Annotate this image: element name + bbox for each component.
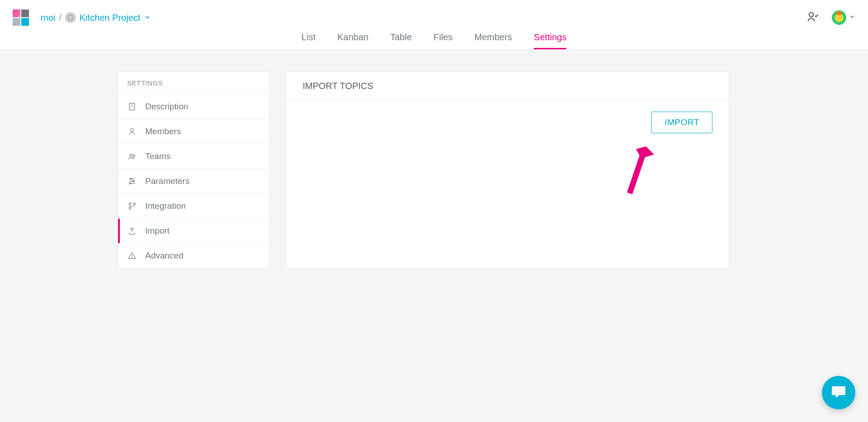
tab-files[interactable]: Files xyxy=(434,32,453,49)
sidebar-item-integration[interactable]: Integration xyxy=(118,194,269,219)
sidebar-item-label: Integration xyxy=(145,201,186,211)
topbar-upper: moi / Kitchen Project xyxy=(0,0,868,27)
chat-widget[interactable] xyxy=(822,376,855,409)
sidebar-item-label: Advanced xyxy=(145,251,184,261)
user-check-icon[interactable] xyxy=(806,10,819,25)
chevron-down-icon[interactable] xyxy=(144,13,151,23)
tab-kanban[interactable]: Kanban xyxy=(337,32,369,49)
branch-icon xyxy=(127,201,137,211)
tab-table[interactable]: Table xyxy=(390,32,412,49)
sidebar-item-advanced[interactable]: Advanced xyxy=(118,244,269,268)
avatar xyxy=(832,10,846,25)
topbar-tabs-row: List Kanban Table Files Members Settings xyxy=(0,27,868,49)
user-menu[interactable] xyxy=(832,10,855,25)
svg-point-5 xyxy=(809,13,813,17)
sidebar-header: SETTINGS xyxy=(118,72,269,94)
content: SETTINGS Description Members Teams Param… xyxy=(0,50,868,268)
topbar: moi / Kitchen Project xyxy=(0,0,868,50)
svg-rect-0 xyxy=(69,15,72,20)
settings-sidebar: SETTINGS Description Members Teams Param… xyxy=(118,71,270,268)
sidebar-item-label: Members xyxy=(145,127,181,136)
svg-point-27 xyxy=(132,258,132,258)
chevron-down-icon xyxy=(849,14,855,22)
breadcrumb: moi / Kitchen Project xyxy=(41,12,151,23)
sidebar-item-parameters[interactable]: Parameters xyxy=(118,169,269,194)
sidebar-item-description[interactable]: Description xyxy=(118,94,269,119)
tabs: List Kanban Table Files Members Settings xyxy=(302,32,567,49)
svg-point-21 xyxy=(129,183,131,184)
sidebar-item-label: Description xyxy=(145,102,188,112)
sliders-icon xyxy=(127,176,137,186)
app-logo[interactable] xyxy=(13,9,29,26)
svg-point-15 xyxy=(133,155,135,156)
breadcrumb-separator: / xyxy=(59,13,62,23)
import-button[interactable]: IMPORT xyxy=(651,112,712,133)
chat-icon xyxy=(830,384,847,402)
sidebar-item-import[interactable]: Import xyxy=(118,219,269,244)
main-panel: IMPORT TOPICS IMPORT xyxy=(286,71,729,268)
upload-icon xyxy=(127,226,137,236)
project-icon xyxy=(65,12,76,23)
sidebar-item-label: Teams xyxy=(145,151,171,161)
svg-point-17 xyxy=(130,178,132,179)
svg-point-14 xyxy=(130,154,132,156)
tab-settings[interactable]: Settings xyxy=(534,32,566,49)
svg-point-23 xyxy=(129,207,131,209)
left-group: moi / Kitchen Project xyxy=(13,9,151,26)
breadcrumb-project[interactable]: Kitchen Project xyxy=(80,13,141,23)
svg-point-19 xyxy=(133,180,134,182)
import-topics-header: IMPORT TOPICS xyxy=(286,72,729,101)
tab-list[interactable]: List xyxy=(302,32,316,49)
breadcrumb-org[interactable]: moi xyxy=(41,13,55,23)
user-icon xyxy=(127,127,137,136)
svg-point-22 xyxy=(129,203,131,205)
building-icon xyxy=(127,102,137,112)
sidebar-item-teams[interactable]: Teams xyxy=(118,144,269,169)
svg-point-24 xyxy=(133,203,135,205)
sidebar-item-members[interactable]: Members xyxy=(118,119,269,144)
users-icon xyxy=(127,151,137,161)
svg-rect-6 xyxy=(129,103,135,110)
right-group xyxy=(806,10,855,25)
warning-icon xyxy=(127,251,137,261)
sidebar-item-label: Parameters xyxy=(145,176,190,186)
sidebar-item-label: Import xyxy=(145,226,170,236)
svg-point-13 xyxy=(131,128,134,131)
tab-members[interactable]: Members xyxy=(474,32,512,49)
main-body: IMPORT xyxy=(286,101,729,146)
